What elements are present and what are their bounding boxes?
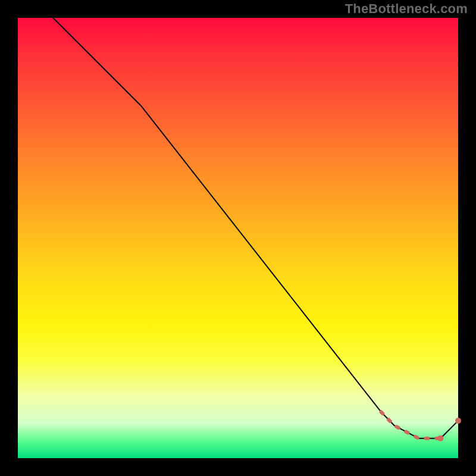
data-point xyxy=(437,436,443,441)
chart-lines-overlay xyxy=(18,18,458,458)
watermark-text: TheBottleneck.com xyxy=(345,1,468,17)
chart-frame: TheBottleneck.com xyxy=(0,0,476,476)
solid-curve-path xyxy=(53,18,458,439)
data-point xyxy=(455,418,461,424)
